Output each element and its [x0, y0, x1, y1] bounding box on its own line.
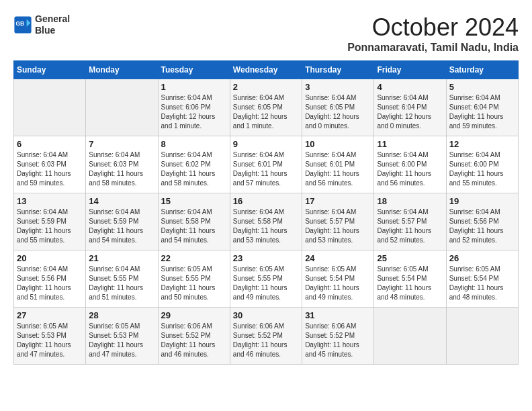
calendar-cell: 13Sunrise: 6:04 AM Sunset: 5:59 PM Dayli… [14, 193, 86, 250]
weekday-header-friday: Friday [374, 61, 446, 79]
logo-line2: Blue [35, 25, 70, 36]
day-number: 29 [161, 310, 227, 320]
calendar-cell: 12Sunrise: 6:04 AM Sunset: 6:00 PM Dayli… [446, 136, 518, 193]
calendar-cell: 31Sunrise: 6:06 AM Sunset: 5:52 PM Dayli… [302, 308, 374, 365]
day-number: 21 [89, 253, 154, 263]
calendar-cell [374, 308, 446, 365]
day-info: Sunrise: 6:04 AM Sunset: 6:00 PM Dayligh… [449, 150, 515, 188]
weekday-header-wednesday: Wednesday [230, 61, 302, 79]
week-row-1: 1Sunrise: 6:04 AM Sunset: 6:06 PM Daylig… [14, 79, 519, 136]
calendar-cell: 3Sunrise: 6:04 AM Sunset: 6:05 PM Daylig… [302, 79, 374, 136]
day-number: 31 [305, 310, 371, 320]
day-info: Sunrise: 6:04 AM Sunset: 5:59 PM Dayligh… [89, 208, 154, 245]
day-number: 11 [377, 139, 443, 149]
logo-icon: GB [13, 15, 32, 34]
calendar-cell [446, 308, 518, 365]
day-info: Sunrise: 6:04 AM Sunset: 5:58 PM Dayligh… [233, 208, 299, 245]
day-info: Sunrise: 6:04 AM Sunset: 5:59 PM Dayligh… [17, 208, 83, 245]
day-number: 18 [377, 196, 443, 206]
month-title: October 2024 [347, 13, 519, 42]
calendar-cell: 21Sunrise: 6:04 AM Sunset: 5:55 PM Dayli… [86, 250, 158, 308]
calendar-cell: 24Sunrise: 6:05 AM Sunset: 5:54 PM Dayli… [302, 250, 374, 308]
calendar-cell: 1Sunrise: 6:04 AM Sunset: 6:06 PM Daylig… [158, 79, 230, 136]
day-number: 1 [161, 82, 227, 92]
day-info: Sunrise: 6:05 AM Sunset: 5:55 PM Dayligh… [233, 265, 299, 302]
day-info: Sunrise: 6:05 AM Sunset: 5:54 PM Dayligh… [305, 265, 371, 302]
day-number: 13 [17, 196, 83, 206]
day-info: Sunrise: 6:04 AM Sunset: 6:02 PM Dayligh… [161, 150, 227, 188]
day-number: 23 [233, 253, 299, 263]
calendar-cell: 18Sunrise: 6:04 AM Sunset: 5:57 PM Dayli… [374, 193, 446, 250]
calendar-cell: 11Sunrise: 6:04 AM Sunset: 6:00 PM Dayli… [374, 136, 446, 193]
day-number: 6 [17, 139, 83, 149]
day-number: 2 [233, 82, 299, 92]
calendar-cell: 9Sunrise: 6:04 AM Sunset: 6:01 PM Daylig… [230, 136, 302, 193]
day-info: Sunrise: 6:04 AM Sunset: 6:03 PM Dayligh… [89, 150, 154, 188]
day-info: Sunrise: 6:05 AM Sunset: 5:53 PM Dayligh… [17, 322, 83, 359]
day-number: 5 [449, 82, 515, 92]
day-number: 22 [161, 253, 227, 263]
calendar-cell: 26Sunrise: 6:05 AM Sunset: 5:54 PM Dayli… [446, 250, 518, 308]
weekday-header-monday: Monday [86, 61, 158, 79]
day-number: 15 [161, 196, 227, 206]
calendar-cell: 4Sunrise: 6:04 AM Sunset: 6:04 PM Daylig… [374, 79, 446, 136]
weekday-header-tuesday: Tuesday [158, 61, 230, 79]
day-info: Sunrise: 6:04 AM Sunset: 6:04 PM Dayligh… [449, 93, 515, 131]
day-info: Sunrise: 6:05 AM Sunset: 5:55 PM Dayligh… [161, 265, 227, 302]
day-info: Sunrise: 6:04 AM Sunset: 5:58 PM Dayligh… [161, 208, 227, 245]
day-info: Sunrise: 6:06 AM Sunset: 5:52 PM Dayligh… [233, 322, 299, 359]
day-info: Sunrise: 6:06 AM Sunset: 5:52 PM Dayligh… [161, 322, 227, 359]
calendar-cell: 7Sunrise: 6:04 AM Sunset: 6:03 PM Daylig… [86, 136, 158, 193]
calendar-cell: 28Sunrise: 6:05 AM Sunset: 5:53 PM Dayli… [86, 308, 158, 365]
calendar-cell: 16Sunrise: 6:04 AM Sunset: 5:58 PM Dayli… [230, 193, 302, 250]
day-info: Sunrise: 6:04 AM Sunset: 5:55 PM Dayligh… [89, 265, 154, 302]
logo-text: General Blue [35, 13, 70, 36]
day-info: Sunrise: 6:05 AM Sunset: 5:53 PM Dayligh… [89, 322, 154, 359]
calendar-cell: 17Sunrise: 6:04 AM Sunset: 5:57 PM Dayli… [302, 193, 374, 250]
day-info: Sunrise: 6:04 AM Sunset: 5:57 PM Dayligh… [305, 208, 371, 245]
day-number: 3 [305, 82, 371, 92]
day-info: Sunrise: 6:04 AM Sunset: 5:56 PM Dayligh… [17, 265, 83, 302]
calendar-cell [86, 79, 158, 136]
day-info: Sunrise: 6:04 AM Sunset: 5:56 PM Dayligh… [449, 208, 515, 245]
day-number: 10 [305, 139, 371, 149]
calendar-cell: 27Sunrise: 6:05 AM Sunset: 5:53 PM Dayli… [14, 308, 86, 365]
calendar-cell: 25Sunrise: 6:05 AM Sunset: 5:54 PM Dayli… [374, 250, 446, 308]
calendar-cell: 23Sunrise: 6:05 AM Sunset: 5:55 PM Dayli… [230, 250, 302, 308]
day-number: 30 [233, 310, 299, 320]
calendar-cell: 8Sunrise: 6:04 AM Sunset: 6:02 PM Daylig… [158, 136, 230, 193]
day-number: 27 [17, 310, 83, 320]
day-number: 8 [161, 139, 227, 149]
calendar-cell: 2Sunrise: 6:04 AM Sunset: 6:05 PM Daylig… [230, 79, 302, 136]
week-row-2: 6Sunrise: 6:04 AM Sunset: 6:03 PM Daylig… [14, 136, 519, 193]
calendar-cell: 14Sunrise: 6:04 AM Sunset: 5:59 PM Dayli… [86, 193, 158, 250]
calendar-cell: 30Sunrise: 6:06 AM Sunset: 5:52 PM Dayli… [230, 308, 302, 365]
day-number: 19 [449, 196, 515, 206]
weekday-header-saturday: Saturday [446, 61, 518, 79]
calendar-cell [14, 79, 86, 136]
day-info: Sunrise: 6:04 AM Sunset: 5:57 PM Dayligh… [377, 208, 443, 245]
logo: GB General Blue [13, 13, 70, 36]
header: GB General Blue October 2024 Ponnamarava… [13, 13, 519, 54]
day-number: 20 [17, 253, 83, 263]
day-info: Sunrise: 6:04 AM Sunset: 6:01 PM Dayligh… [233, 150, 299, 188]
week-row-4: 20Sunrise: 6:04 AM Sunset: 5:56 PM Dayli… [14, 250, 519, 308]
day-number: 26 [449, 253, 515, 263]
calendar-cell: 10Sunrise: 6:04 AM Sunset: 6:01 PM Dayli… [302, 136, 374, 193]
week-row-5: 27Sunrise: 6:05 AM Sunset: 5:53 PM Dayli… [14, 308, 519, 365]
day-number: 25 [377, 253, 443, 263]
calendar-cell: 29Sunrise: 6:06 AM Sunset: 5:52 PM Dayli… [158, 308, 230, 365]
day-info: Sunrise: 6:04 AM Sunset: 6:06 PM Dayligh… [161, 93, 227, 131]
day-info: Sunrise: 6:04 AM Sunset: 6:04 PM Dayligh… [377, 93, 443, 131]
calendar-cell: 19Sunrise: 6:04 AM Sunset: 5:56 PM Dayli… [446, 193, 518, 250]
title-area: October 2024 Ponnamaravati, Tamil Nadu, … [347, 13, 519, 54]
day-info: Sunrise: 6:04 AM Sunset: 6:05 PM Dayligh… [233, 93, 299, 131]
calendar-cell: 22Sunrise: 6:05 AM Sunset: 5:55 PM Dayli… [158, 250, 230, 308]
weekday-header-row: SundayMondayTuesdayWednesdayThursdayFrid… [14, 61, 519, 79]
day-number: 28 [89, 310, 154, 320]
day-info: Sunrise: 6:05 AM Sunset: 5:54 PM Dayligh… [449, 265, 515, 302]
calendar-cell: 6Sunrise: 6:04 AM Sunset: 6:03 PM Daylig… [14, 136, 86, 193]
svg-text:GB: GB [16, 20, 25, 27]
day-info: Sunrise: 6:06 AM Sunset: 5:52 PM Dayligh… [305, 322, 371, 359]
location: Ponnamaravati, Tamil Nadu, India [347, 42, 519, 54]
